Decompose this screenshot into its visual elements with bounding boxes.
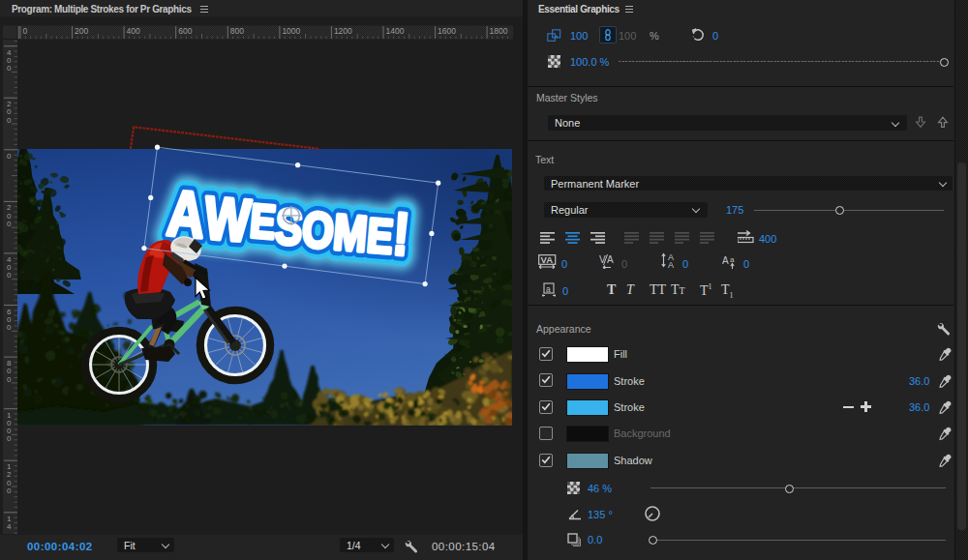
svg-text:A: A <box>722 255 729 266</box>
svg-text:V: V <box>599 254 606 265</box>
svg-text:VA: VA <box>541 254 554 265</box>
svg-text:a: a <box>546 284 551 294</box>
svg-text:A: A <box>607 254 614 265</box>
svg-text:A: A <box>668 260 674 269</box>
